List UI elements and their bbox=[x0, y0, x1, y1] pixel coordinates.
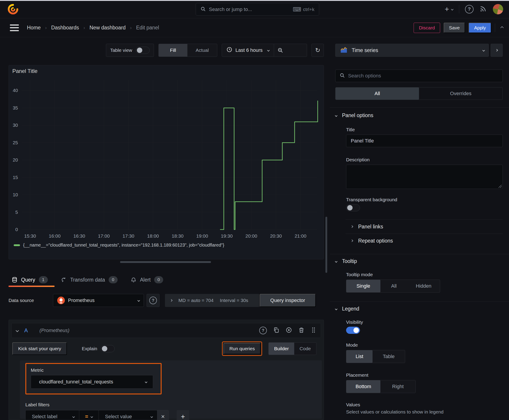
repeat-options-section-header[interactable]: Repeat options bbox=[346, 234, 503, 248]
select-label-dropdown[interactable]: Select label bbox=[25, 410, 79, 420]
panel-options-section-header[interactable]: Panel options bbox=[335, 112, 503, 119]
editor-tabs: Query 1 Transform data 0 Alert 0 bbox=[8, 273, 324, 287]
resize-grip-icon[interactable] bbox=[498, 185, 501, 188]
visibility-label: Visibility bbox=[346, 320, 503, 325]
duplicate-query-icon[interactable] bbox=[273, 327, 279, 334]
divider bbox=[330, 107, 509, 107]
query-options-summary[interactable]: MD = auto = 704 Interval = 30s bbox=[165, 294, 259, 307]
user-avatar[interactable] bbox=[493, 4, 503, 14]
grafana-logo-icon[interactable] bbox=[8, 4, 18, 15]
datasource-help-button[interactable]: ? bbox=[146, 294, 160, 307]
run-queries-button[interactable]: Run queries bbox=[224, 343, 261, 354]
legend-values-label: Values bbox=[346, 402, 503, 407]
table-view-toggle[interactable] bbox=[136, 47, 150, 54]
refresh-button[interactable]: ↻ bbox=[311, 44, 324, 57]
chevron-down-icon bbox=[137, 299, 140, 301]
breadcrumb-home[interactable]: Home bbox=[27, 25, 41, 31]
tab-transform-count: 0 bbox=[109, 276, 118, 283]
menu-icon[interactable] bbox=[10, 24, 19, 31]
transform-icon bbox=[61, 277, 67, 283]
panel-links-section-header[interactable]: Panel links bbox=[346, 220, 503, 233]
visualization-picker[interactable]: Time series bbox=[335, 44, 489, 57]
remove-filter-button[interactable]: × bbox=[157, 410, 169, 420]
tab-transform-data[interactable]: Transform data 0 bbox=[58, 273, 124, 287]
svg-text:19:30: 19:30 bbox=[221, 233, 233, 239]
tooltip-section-header[interactable]: Tooltip bbox=[335, 258, 503, 264]
toggle-viz-suggestions-button[interactable] bbox=[491, 44, 503, 57]
global-search[interactable]: ⌨ ctrl+k bbox=[196, 3, 319, 16]
discard-button[interactable]: Discard bbox=[414, 23, 440, 33]
legend-mode-table[interactable]: Table bbox=[372, 350, 405, 363]
panel-title[interactable]: Panel Title bbox=[12, 68, 38, 74]
actual-option[interactable]: Actual bbox=[187, 44, 217, 57]
chevron-down-icon bbox=[482, 49, 485, 51]
help-icon[interactable]: ? bbox=[465, 5, 473, 14]
time-range-picker[interactable]: Last 6 hours bbox=[222, 47, 274, 54]
delete-query-icon[interactable] bbox=[298, 327, 304, 334]
tab-overrides[interactable]: Overrides bbox=[419, 88, 502, 100]
operator-dropdown[interactable]: = bbox=[79, 410, 99, 420]
news-icon[interactable] bbox=[479, 5, 487, 14]
title-option-label: Title bbox=[346, 127, 503, 132]
query-help-icon[interactable]: ? bbox=[259, 327, 267, 334]
tooltip-hidden-option[interactable]: Hidden bbox=[407, 280, 440, 292]
collapse-query-icon[interactable] bbox=[16, 329, 19, 332]
add-new-button[interactable]: + bbox=[445, 5, 453, 14]
options-search-input[interactable] bbox=[348, 73, 498, 79]
eye-icon[interactable] bbox=[286, 327, 292, 334]
breadcrumb-edit-panel: Edit panel bbox=[136, 25, 159, 31]
svg-text:0: 0 bbox=[15, 227, 18, 232]
collapse-header-icon[interactable] bbox=[501, 26, 504, 29]
legend-placement-right[interactable]: Right bbox=[380, 380, 415, 393]
tab-query[interactable]: Query 1 bbox=[8, 273, 54, 287]
legend-mode-label: Mode bbox=[346, 342, 503, 348]
chevron-down-icon bbox=[451, 8, 453, 10]
transparent-bg-toggle[interactable] bbox=[346, 204, 360, 211]
time-series-chart[interactable]: 051015202530354015:3016:0016:3017:0017:3… bbox=[11, 77, 321, 243]
panel-toolbar: Table view Fill Actual Last 6 hours ↻ bbox=[94, 44, 324, 57]
apply-button[interactable]: Apply bbox=[469, 23, 491, 33]
table-view-label: Table view bbox=[110, 48, 132, 53]
explain-toggle[interactable] bbox=[101, 345, 115, 352]
legend-placement-bottom[interactable]: Bottom bbox=[346, 380, 380, 393]
description-textarea[interactable] bbox=[346, 165, 503, 189]
drag-handle-icon[interactable] bbox=[311, 327, 316, 334]
datasource-picker[interactable]: Prometheus bbox=[53, 294, 144, 307]
breadcrumb-new-dashboard[interactable]: New dashboard bbox=[90, 25, 126, 31]
tooltip-all-option[interactable]: All bbox=[380, 280, 407, 292]
time-series-viz-icon bbox=[340, 45, 348, 55]
time-range-label: Last 6 hours bbox=[236, 47, 263, 53]
zoom-out-button[interactable] bbox=[274, 44, 286, 57]
tab-all[interactable]: All bbox=[335, 88, 419, 100]
shortcut-hint: ⌨ ctrl+k bbox=[293, 7, 314, 12]
legend-section-header[interactable]: Legend bbox=[335, 306, 503, 312]
close-icon: × bbox=[161, 413, 165, 420]
options-filter-tabs: All Overrides bbox=[335, 87, 503, 100]
legend-visibility-toggle[interactable] bbox=[346, 327, 360, 334]
query-row-header[interactable]: A (Prometheus) ? bbox=[11, 323, 321, 338]
legend-swatch[interactable] bbox=[14, 244, 20, 246]
save-button[interactable]: Save bbox=[444, 23, 465, 33]
legend-mode-list[interactable]: List bbox=[346, 350, 372, 363]
scrollbar-thumb[interactable] bbox=[326, 217, 327, 273]
add-filter-button[interactable]: + bbox=[177, 410, 189, 420]
kick-start-query-button[interactable]: Kick start your query bbox=[12, 342, 67, 355]
fill-option[interactable]: Fill bbox=[159, 44, 187, 57]
svg-text:15:30: 15:30 bbox=[24, 233, 36, 239]
splitter-drag-handle[interactable] bbox=[120, 261, 211, 263]
breadcrumb-dashboards[interactable]: Dashboards bbox=[51, 25, 79, 31]
transparent-bg-label: Transparent background bbox=[346, 197, 503, 202]
options-search[interactable] bbox=[335, 69, 503, 82]
panel-title-input[interactable] bbox=[346, 135, 503, 147]
metric-select[interactable]: cloudflared_tunnel_total_requests bbox=[31, 375, 153, 389]
tab-alert[interactable]: Alert 0 bbox=[128, 273, 170, 287]
select-value-dropdown[interactable]: Select value bbox=[99, 410, 157, 420]
search-input[interactable] bbox=[209, 7, 290, 12]
legend-series-label[interactable]: {__name__="cloudflared_tunnel_total_requ… bbox=[23, 242, 224, 248]
builder-option[interactable]: Builder bbox=[269, 343, 294, 355]
query-inspector-button[interactable]: Query inspector bbox=[260, 294, 316, 307]
chevron-right-icon bbox=[350, 239, 353, 242]
svg-text:20:30: 20:30 bbox=[270, 233, 282, 239]
code-option[interactable]: Code bbox=[294, 343, 316, 355]
tooltip-single-option[interactable]: Single bbox=[346, 280, 380, 292]
